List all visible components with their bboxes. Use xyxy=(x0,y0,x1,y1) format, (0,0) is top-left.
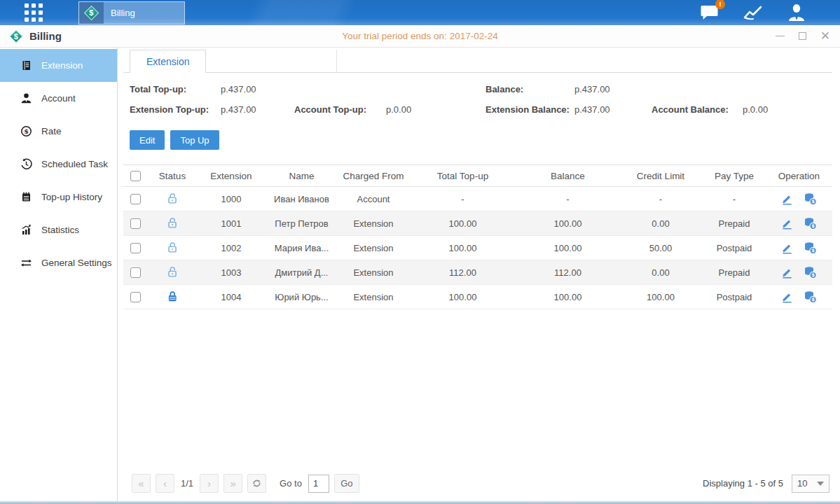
sliders-icon xyxy=(20,257,32,269)
cell-total-topup: - xyxy=(408,187,517,211)
table-row[interactable]: 1002Мария Ива...Extension100.00100.0050.… xyxy=(123,236,832,260)
app-tab-label: Billing xyxy=(111,8,135,18)
topup-icon[interactable]: $ xyxy=(804,266,817,279)
goto-page-input[interactable] xyxy=(308,475,329,493)
cell-pay-type: Postpaid xyxy=(703,285,766,309)
cell-total-topup: 100.00 xyxy=(408,211,517,236)
unlocked-icon xyxy=(167,241,179,253)
edit-button[interactable]: Edit xyxy=(130,130,165,150)
maximize-icon[interactable] xyxy=(798,31,807,41)
svg-text:$: $ xyxy=(811,199,815,204)
user-icon[interactable] xyxy=(787,4,806,22)
row-checkbox[interactable] xyxy=(130,243,141,253)
sidebar-item-general-settings[interactable]: General Settings xyxy=(0,246,117,279)
cell-pay-type: - xyxy=(703,187,766,211)
chart-icon[interactable] xyxy=(743,4,764,21)
cell-balance: 100.00 xyxy=(517,285,619,309)
edit-icon[interactable] xyxy=(781,267,793,279)
pagination-bar: « ‹ 1/1 › » Go to Go Displaying 1 - 5 of… xyxy=(123,474,832,493)
account-topup-label: Account Top-up: xyxy=(294,104,386,115)
col-status: Status xyxy=(147,165,198,187)
unlocked-icon xyxy=(167,192,179,204)
col-name: Name xyxy=(265,165,338,187)
col-operation: Operation xyxy=(766,165,832,187)
dollar-circle-icon: $ xyxy=(20,125,32,137)
sidebar-item-label: Account xyxy=(41,93,76,104)
svg-text:$: $ xyxy=(811,272,815,278)
row-checkbox[interactable] xyxy=(130,292,141,302)
sidebar-item-extension[interactable]: Extension xyxy=(0,49,117,82)
window-titlebar: $ Billing Your trial period ends on: 201… xyxy=(0,25,840,48)
col-credit-limit: Credit Limit xyxy=(619,165,703,187)
chevron-down-icon xyxy=(817,482,824,486)
app-tab-billing[interactable]: $ Billing xyxy=(78,1,185,24)
table-row[interactable]: 1001Петр ПетровExtension100.00100.000.00… xyxy=(123,211,832,236)
chat-badge: ! xyxy=(715,0,725,9)
edit-icon[interactable] xyxy=(781,218,793,230)
row-checkbox[interactable] xyxy=(130,267,141,278)
sidebar-item-label: Top-up History xyxy=(41,192,102,202)
row-checkbox[interactable] xyxy=(130,194,141,204)
total-topup-label: Total Top-up: xyxy=(130,84,221,94)
close-icon[interactable]: ✕ xyxy=(820,31,830,41)
go-button[interactable]: Go xyxy=(334,474,359,493)
topup-icon[interactable]: $ xyxy=(804,241,817,254)
cell-credit-limit: - xyxy=(619,187,703,211)
edit-icon[interactable] xyxy=(781,291,793,303)
top-up-button[interactable]: Top Up xyxy=(170,130,219,150)
page-size-select[interactable]: 10 xyxy=(792,475,829,493)
tab-extension[interactable]: Extension xyxy=(130,50,206,73)
edit-icon[interactable] xyxy=(781,193,793,205)
billing-diamond-icon: $ xyxy=(9,29,23,43)
table-row[interactable]: 1004Юрий Юрь...Extension100.00100.00100.… xyxy=(123,285,832,309)
sidebar-item-statistics[interactable]: Statistics xyxy=(0,214,117,246)
cell-total-topup: 100.00 xyxy=(408,236,517,260)
tab-strip: Extension xyxy=(123,49,832,73)
table-row[interactable]: 1003Дмитрий Д...Extension112.00112.000.0… xyxy=(123,260,832,285)
apps-grid-icon[interactable] xyxy=(25,4,43,22)
bar-chart-icon xyxy=(20,224,32,236)
cell-extension: 1000 xyxy=(198,187,265,211)
cell-credit-limit: 50.00 xyxy=(619,236,703,260)
cell-credit-limit: 100.00 xyxy=(619,285,703,309)
topup-icon[interactable]: $ xyxy=(804,217,817,230)
edit-icon[interactable] xyxy=(781,242,793,254)
cell-pay-type: Postpaid xyxy=(703,236,766,260)
sidebar-item-rate[interactable]: $ Rate xyxy=(0,115,117,148)
chat-icon[interactable]: ! xyxy=(700,4,719,22)
extension-balance-value: p.437.00 xyxy=(574,104,652,115)
tab-divider xyxy=(336,50,337,72)
sidebar-item-label: General Settings xyxy=(41,258,112,268)
table-row[interactable]: 1000Иван ИвановAccount----$ xyxy=(123,187,832,211)
cell-pay-type: Prepaid xyxy=(703,211,766,236)
select-all-checkbox[interactable] xyxy=(130,171,141,181)
unlocked-icon xyxy=(167,216,179,229)
cell-balance: 100.00 xyxy=(517,236,619,260)
cell-extension: 1001 xyxy=(198,211,265,236)
cell-charged-from: Extension xyxy=(338,285,408,309)
last-page-icon[interactable]: » xyxy=(223,474,242,493)
refresh-icon[interactable] xyxy=(247,474,266,493)
extension-balance-label: Extension Balance: xyxy=(486,104,574,115)
sidebar-item-topup-history[interactable]: Top-up History xyxy=(0,181,117,214)
topup-icon[interactable]: $ xyxy=(804,192,817,205)
col-pay-type: Pay Type xyxy=(703,165,766,187)
cell-name: Петр Петров xyxy=(265,211,338,236)
cell-pay-type: Prepaid xyxy=(703,260,766,285)
clock-history-icon xyxy=(20,158,32,170)
top-application-bar: $ Billing ! xyxy=(0,0,840,25)
next-page-icon[interactable]: › xyxy=(200,474,219,493)
row-checkbox[interactable] xyxy=(130,218,141,229)
sidebar: Extension Account $ Rate Scheduled T xyxy=(0,48,118,501)
trial-notice: Your trial period ends on: 2017-02-24 xyxy=(0,31,840,41)
sidebar-item-account[interactable]: Account xyxy=(0,82,117,115)
minimize-icon[interactable] xyxy=(776,31,785,41)
first-page-icon[interactable]: « xyxy=(132,474,151,493)
svg-text:$: $ xyxy=(24,127,29,135)
cell-total-topup: 100.00 xyxy=(408,285,517,309)
topup-icon[interactable]: $ xyxy=(804,290,817,303)
cell-credit-limit: 0.00 xyxy=(619,211,703,236)
cell-balance: 112.00 xyxy=(517,260,619,285)
prev-page-icon[interactable]: ‹ xyxy=(156,474,174,493)
sidebar-item-scheduled-task[interactable]: Scheduled Task xyxy=(0,148,117,181)
